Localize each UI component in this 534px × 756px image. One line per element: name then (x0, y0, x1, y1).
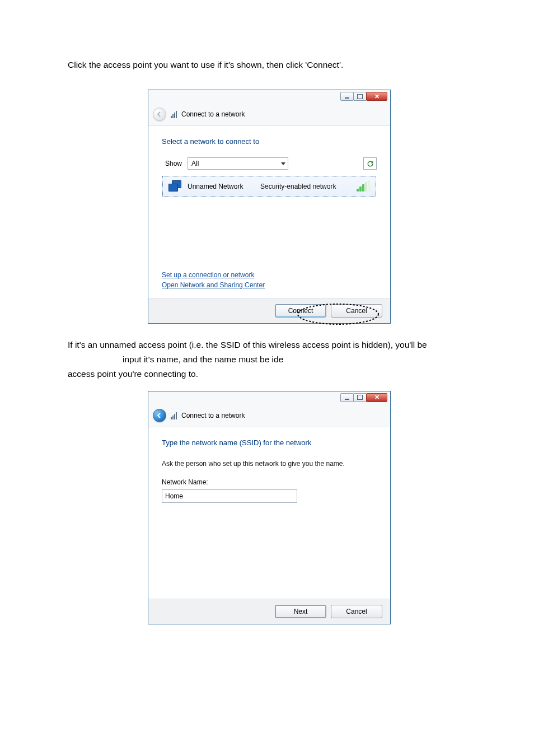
window-close-button[interactable]: ✕ (366, 393, 387, 402)
dialog-footer: Next Cancel (148, 599, 390, 624)
cancel-button[interactable]: Cancel (331, 605, 382, 618)
window-maximize-button[interactable] (353, 393, 367, 402)
window-titlebar: ✕ (148, 90, 390, 106)
dialog-heading: Select a network to connect to (162, 136, 377, 147)
dialog-footer: Connect Cancel (148, 298, 390, 323)
show-label: Show (165, 158, 182, 169)
network-security: Security-enabled network (260, 181, 336, 192)
dialog-title: Connect to a network (181, 109, 245, 120)
link-setup-connection[interactable]: Set up a connection or network (162, 270, 377, 280)
instruction-paragraph-2-line2: input it's name, and the name must be id… (123, 353, 471, 366)
back-button[interactable] (153, 108, 166, 121)
instruction-paragraph-2-line3: access point you're connecting to. (68, 367, 471, 381)
network-icon (171, 110, 177, 118)
computer-pair-icon (168, 180, 181, 193)
network-name: Unnamed Network (188, 181, 254, 192)
instruction-paragraph-1: Click the access point you want to use i… (68, 58, 471, 72)
dialog-title: Connect to a network (181, 410, 245, 421)
network-list: Unnamed Network Security-enabled network (162, 175, 377, 246)
next-button[interactable]: Next (275, 605, 326, 618)
cancel-button[interactable]: Cancel (331, 304, 382, 318)
dialog-connect-network-list: ✕ Connect to a network Select a network … (148, 90, 391, 324)
helper-links: Set up a connection or network Open Netw… (162, 270, 377, 290)
instruction-paragraph-2-line1: If it's an unnamed access point (i.e. th… (68, 338, 471, 352)
dialog-header-row: Connect to a network (148, 408, 390, 427)
network-icon (171, 412, 177, 419)
back-button[interactable] (153, 409, 166, 422)
dialog-hint: Ask the person who set up this network t… (162, 459, 377, 469)
network-name-label: Network Name: (162, 477, 377, 488)
show-filter-value: All (191, 158, 199, 169)
window-titlebar: ✕ (148, 391, 390, 408)
show-filter-dropdown[interactable]: All (188, 157, 288, 170)
dialog-header-row: Connect to a network (148, 106, 390, 125)
window-minimize-button[interactable] (340, 92, 354, 101)
signal-strength-icon (357, 181, 370, 192)
window-close-button[interactable]: ✕ (366, 92, 387, 101)
connect-button[interactable]: Connect (275, 304, 326, 318)
screenshot-figure-2: ✕ Connect to a network Type the network … (68, 391, 471, 624)
window-minimize-button[interactable] (340, 393, 354, 402)
screenshot-figure-1: ✕ Connect to a network Select a network … (68, 90, 471, 324)
network-name-input[interactable]: Home (162, 489, 297, 503)
window-maximize-button[interactable] (353, 92, 367, 101)
dialog-enter-ssid: ✕ Connect to a network Type the network … (148, 391, 391, 624)
link-open-sharing-center[interactable]: Open Network and Sharing Center (162, 281, 377, 290)
network-list-item[interactable]: Unnamed Network Security-enabled network (162, 176, 376, 197)
refresh-button[interactable] (363, 157, 377, 170)
network-name-value: Home (165, 491, 183, 502)
dialog-heading: Type the network name (SSID) for the net… (162, 437, 377, 449)
chevron-down-icon (281, 162, 285, 165)
